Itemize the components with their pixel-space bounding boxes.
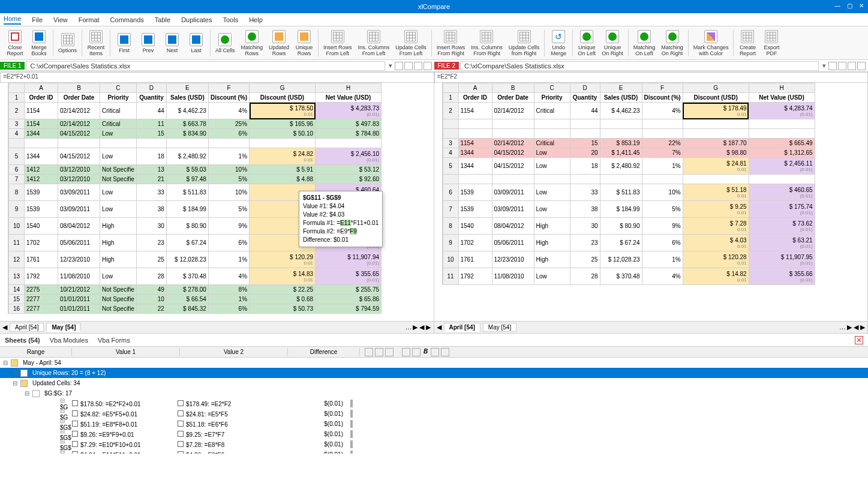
cell[interactable]: 1540 bbox=[25, 218, 58, 235]
cell[interactable]: 5% bbox=[208, 175, 249, 184]
cell[interactable]: 25% bbox=[208, 119, 249, 129]
cell[interactable]: $ 5.91 bbox=[250, 165, 316, 175]
data-row[interactable]: 6153903/09/2011Low33$ 511.8310%$ 51.180.… bbox=[443, 184, 815, 201]
updated-rows-button[interactable]: Updated Rows bbox=[266, 28, 292, 59]
cell[interactable]: Not Specifie bbox=[100, 304, 137, 314]
matching-left-button[interactable]: Matching On Left bbox=[631, 28, 658, 59]
toolbar-icon[interactable] bbox=[441, 348, 449, 356]
file2-save-icon[interactable] bbox=[838, 62, 846, 70]
toolbar-icon[interactable] bbox=[385, 348, 394, 356]
cell[interactable]: 03/09/2011 bbox=[58, 184, 100, 201]
cell[interactable]: 1792 bbox=[25, 268, 58, 285]
checkbox[interactable] bbox=[178, 431, 184, 437]
cell[interactable]: 44 bbox=[570, 103, 600, 119]
tab-vba-modules[interactable]: Vba Modules bbox=[50, 337, 88, 344]
checkbox[interactable] bbox=[72, 431, 78, 437]
tree-node-selected[interactable]: Unique Rows: 20 = (8 + 12) bbox=[30, 370, 108, 376]
cell[interactable]: $ 9.250.01 bbox=[683, 201, 749, 218]
cell[interactable]: $ 14.830.01 bbox=[250, 268, 316, 285]
cell[interactable]: $ 51.180.01 bbox=[683, 184, 749, 201]
unique-rows-button[interactable]: Unique Rows bbox=[293, 28, 316, 59]
cell[interactable]: 10 bbox=[136, 295, 166, 304]
cell[interactable] bbox=[458, 119, 492, 129]
cell[interactable]: $ 24.820.01 bbox=[250, 148, 316, 165]
cell[interactable]: $ 4,283.74(0.01) bbox=[749, 103, 815, 119]
first-button[interactable]: First bbox=[113, 28, 136, 59]
cell[interactable]: $ 845.32 bbox=[166, 304, 208, 314]
close-window-button[interactable]: ✕ bbox=[857, 1, 866, 10]
data-row[interactable]: 4134404/15/2012Low15$ 834.906%$ 50.10$ 7… bbox=[9, 129, 382, 139]
cell[interactable]: 44 bbox=[136, 103, 166, 119]
cell[interactable]: $ 120.280.01 bbox=[683, 251, 749, 268]
column-header[interactable]: D bbox=[570, 83, 600, 93]
cell[interactable]: $ 53.12 bbox=[316, 165, 382, 175]
tree-node[interactable]: $G:$G: 17 bbox=[42, 390, 74, 397]
checkbox[interactable] bbox=[72, 421, 78, 427]
cell[interactable]: 1761 bbox=[25, 251, 58, 268]
cell[interactable] bbox=[642, 119, 683, 129]
data-row[interactable]: 9170205/06/2011High23$ 67.246%$ 4.030.01… bbox=[443, 235, 815, 251]
cell[interactable]: $ 0.68 bbox=[250, 295, 316, 304]
cell[interactable]: 02/14/2012 bbox=[58, 103, 100, 119]
data-row[interactable]: 2115402/14/2012Critical44$ 4,462.234%$ 1… bbox=[443, 103, 815, 119]
cell[interactable]: $ 175.74(0.01) bbox=[749, 201, 815, 218]
cell[interactable]: 10% bbox=[642, 184, 683, 201]
cell[interactable]: 12/23/2010 bbox=[492, 251, 534, 268]
cell[interactable]: 1% bbox=[208, 295, 249, 304]
menu-home[interactable]: Home bbox=[4, 15, 21, 25]
action-icon[interactable] bbox=[352, 410, 353, 418]
cell[interactable]: $ 65.86 bbox=[316, 295, 382, 304]
data-header[interactable]: Order ID bbox=[458, 93, 492, 103]
close-panel-button[interactable]: ✕ bbox=[855, 336, 863, 344]
row-header[interactable]: 2 bbox=[9, 103, 25, 119]
menu-tools[interactable]: Tools bbox=[223, 16, 238, 23]
cell[interactable]: High bbox=[100, 235, 137, 251]
checkbox[interactable] bbox=[72, 451, 78, 454]
cell[interactable]: High bbox=[534, 235, 570, 251]
sheet-tab[interactable]: May [54] bbox=[483, 323, 516, 332]
all-cells-button[interactable]: All Cells bbox=[213, 28, 238, 59]
cell[interactable]: 05/06/2011 bbox=[58, 235, 100, 251]
tree-node[interactable]: Updated Cells: 34 bbox=[30, 380, 83, 386]
cell[interactable]: 6% bbox=[208, 129, 249, 139]
cell[interactable]: 1154 bbox=[25, 103, 58, 119]
cell[interactable]: Not Specifie bbox=[100, 295, 137, 304]
cell[interactable]: 33 bbox=[570, 184, 600, 201]
cell[interactable]: $ 511.83 bbox=[600, 184, 642, 201]
tree-toggle[interactable]: ⊟ bbox=[12, 380, 18, 386]
cell[interactable] bbox=[570, 175, 600, 184]
cell[interactable]: $ 460.65(0.01) bbox=[749, 184, 815, 201]
column-header[interactable]: E bbox=[166, 83, 208, 93]
cell[interactable] bbox=[492, 175, 534, 184]
data-row[interactable]: 3115402/14/2012Critical11$ 663.7825%$ 16… bbox=[9, 119, 382, 129]
action-icon[interactable] bbox=[352, 420, 353, 428]
checkbox[interactable] bbox=[72, 441, 78, 447]
cell[interactable]: $ 165.96 bbox=[250, 119, 316, 129]
file2-path[interactable]: C:\xlCompare\Sales Statistics.xlsx bbox=[460, 61, 819, 71]
recent-items-button[interactable]: Recent Items bbox=[85, 28, 107, 59]
column-header[interactable]: A bbox=[25, 83, 58, 93]
row-header[interactable]: 11 bbox=[443, 268, 458, 285]
column-header[interactable]: G bbox=[683, 83, 749, 93]
row-header[interactable]: 9 bbox=[9, 201, 25, 218]
row-header[interactable]: 1 bbox=[9, 93, 25, 103]
cell[interactable]: 1539 bbox=[25, 201, 58, 218]
cell[interactable]: $ 853.19 bbox=[600, 139, 642, 148]
cell[interactable]: $ 66.54 bbox=[166, 295, 208, 304]
cell[interactable]: 1792 bbox=[458, 268, 492, 285]
data-header[interactable]: Discount (%) bbox=[642, 93, 683, 103]
cell[interactable]: 5% bbox=[208, 201, 249, 218]
cell[interactable] bbox=[534, 119, 570, 129]
cell[interactable]: 6% bbox=[208, 304, 249, 314]
cell[interactable]: 38 bbox=[136, 201, 166, 218]
cell[interactable]: $ 355.66(0.01) bbox=[749, 268, 815, 285]
cell[interactable]: 10/21/2012 bbox=[58, 285, 100, 295]
cell[interactable]: 6% bbox=[642, 235, 683, 251]
data-row[interactable]: 4134404/15/2012Low20$ 1,411.457%$ 98.80$… bbox=[443, 148, 815, 158]
column-header[interactable]: A bbox=[458, 83, 492, 93]
data-row[interactable] bbox=[443, 119, 815, 129]
action-icon[interactable] bbox=[352, 440, 353, 448]
cell[interactable]: $ 67.24 bbox=[600, 235, 642, 251]
data-row[interactable]: 16227701/01/2011Not Specifie22$ 845.326%… bbox=[9, 304, 382, 314]
data-row[interactable] bbox=[443, 129, 815, 139]
